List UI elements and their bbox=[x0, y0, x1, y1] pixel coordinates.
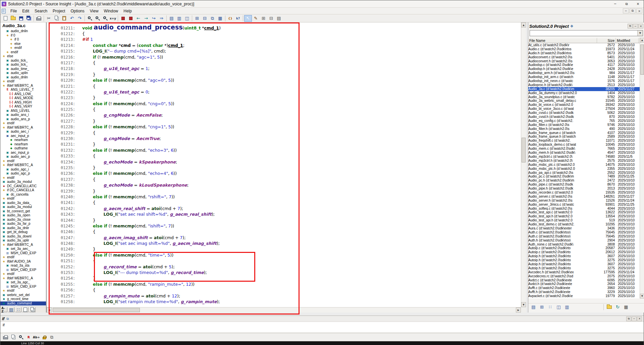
symbol-tree-item[interactable]: ▣audio_command bbox=[0, 301, 46, 306]
code-line[interactable]: 01224: else if (! memcmp(cmd, "cng=0", 5… bbox=[47, 101, 521, 107]
file-row[interactable]: Audio_frame_queue.c (d:\watch41072025/10… bbox=[528, 131, 640, 135]
code-line[interactable]: 01256: { bbox=[47, 287, 521, 293]
file-row[interactable]: Audio_msbc_plc.h (d:\watch2.023552025/10… bbox=[528, 167, 640, 171]
symbol-tree-item[interactable]: ▣audio_3a_modul bbox=[0, 205, 46, 209]
split-window-button[interactable]: ⊟ bbox=[201, 15, 209, 22]
column-header-modified[interactable]: Modified bbox=[616, 38, 639, 43]
highlight-word-button[interactable]: ✎ bbox=[252, 15, 260, 22]
paste-button[interactable] bbox=[60, 15, 68, 22]
code-line[interactable]: 01254: } bbox=[47, 275, 521, 281]
file-row[interactable]: Audio_loopback_demo.c (d:\wat100452025/1… bbox=[528, 143, 640, 147]
format-view-button[interactable]: ▤ bbox=[275, 15, 283, 22]
symbol-tree-item[interactable]: ◈ifdef WEBRTC_A bbox=[0, 243, 46, 247]
column-header-size[interactable]: Size bbox=[597, 38, 616, 43]
code-line[interactable]: 01225: { bbox=[47, 107, 521, 112]
symbol-tree-item[interactable]: ▣audio_aec_i bbox=[0, 130, 46, 134]
dock-panel-button[interactable]: ⧉ bbox=[628, 24, 633, 28]
link-cursor-button[interactable]: ↖ bbox=[244, 15, 252, 22]
symbol-tree-item[interactable]: ▣audio_dnlin bbox=[0, 29, 46, 33]
file-row[interactable]: Audio_server.c (d:\watch2.0\s1482612025/… bbox=[528, 195, 640, 199]
scroll-up-icon[interactable]: ▲ bbox=[521, 22, 526, 27]
file-row[interactable]: Auth.h (d:\watch2.0\sdk\rtos\29042025/10… bbox=[528, 238, 640, 243]
code-area[interactable]: 01211:void audio_command_process(uint8_t… bbox=[47, 22, 521, 307]
file-row[interactable]: Audio_server.h (d:\watch2.0\s115262025/1… bbox=[528, 199, 640, 203]
code-line[interactable]: 01214: const char *cmd = (const char *)c… bbox=[47, 43, 521, 48]
symbol-tree-item[interactable]: ▥MSH_CMD_EXP bbox=[0, 268, 46, 272]
file-row[interactable]: Audio_freqshift.c (d:\watch2.110712025/1… bbox=[528, 139, 640, 143]
lock-button[interactable] bbox=[40, 334, 48, 341]
code-line[interactable]: 01231: } bbox=[47, 141, 521, 147]
find-in-files-button[interactable] bbox=[94, 15, 101, 22]
go-forward-button[interactable]: → bbox=[142, 15, 150, 22]
file-row[interactable]: Avpacket.c (d:\watch2.0\sdk\e197792025/1… bbox=[528, 294, 640, 298]
view-files-button[interactable]: ▤ bbox=[530, 304, 537, 310]
file-row[interactable]: Audioproc.h (d:\watch2.0\sdk\25132025/10… bbox=[528, 83, 640, 87]
match-brace-button[interactable]: {} bbox=[226, 15, 234, 22]
file-row[interactable]: Avcodecres.rc (d:\watch2.0\sd20752025/10… bbox=[528, 274, 640, 278]
dock-panel-button[interactable]: ⧉ bbox=[626, 317, 631, 321]
code-line[interactable]: 01238: g_echoMode = kLoudSpeakerphone; bbox=[47, 182, 521, 188]
mdi-close-button[interactable]: × bbox=[636, 8, 642, 13]
context-help-button[interactable]: k? bbox=[234, 15, 242, 22]
code-line[interactable]: 01255: else if (! memcmp(cmd, "rampin_mu… bbox=[47, 281, 521, 287]
zoom-window-button[interactable]: ▦ bbox=[216, 15, 224, 22]
copy-relation-button[interactable] bbox=[9, 334, 17, 341]
case-toggle-button[interactable]: Ab+ bbox=[33, 334, 40, 341]
code-line[interactable]: 01213:#if 1 bbox=[47, 37, 521, 42]
vertical-scroll-thumb[interactable] bbox=[522, 138, 526, 162]
minimize-button[interactable]: ─ bbox=[609, 0, 621, 7]
mdi-minimize-button[interactable]: ─ bbox=[623, 8, 629, 13]
symbol-tree-item[interactable]: ◈if 0 bbox=[0, 33, 46, 38]
scroll-right-icon[interactable]: ▶ bbox=[516, 307, 521, 313]
close-panel-button[interactable]: × bbox=[638, 24, 643, 28]
code-line[interactable]: 01257: g_rampin_mute = atoi(cmd + 12); bbox=[47, 293, 521, 299]
column-header-file-name[interactable]: File Name bbox=[528, 38, 597, 43]
lookup-button[interactable] bbox=[17, 334, 25, 341]
mdi-restore-button[interactable]: ⧉ bbox=[630, 8, 636, 13]
file-row[interactable]: Audio_test_demo.c (d:\watch2.102952025/1… bbox=[528, 222, 640, 226]
code-line[interactable]: 01252: g_record_time = atoi(cmd + 5); bbox=[47, 264, 521, 270]
symbol-tree-item[interactable]: ▣audio_3a_close bbox=[0, 218, 46, 222]
new-file-button[interactable] bbox=[2, 15, 9, 22]
file-row[interactable]: Autoip.h (d:\watch2.0\sdk\rto32752025/10… bbox=[528, 266, 640, 270]
refresh-project-button[interactable]: ↻ bbox=[614, 304, 622, 310]
file-row[interactable]: Audio.h (d:\watch2.0\sdk\rtos85732025/10… bbox=[528, 51, 640, 55]
code-line[interactable]: 01215: LOG_I("-- dump cmd=[%s]", cmd); bbox=[47, 48, 521, 54]
file-filter-value[interactable] bbox=[530, 30, 637, 36]
file-row[interactable]: Audioconvert.c (d:\watch2.0\s54012025/10… bbox=[528, 55, 640, 59]
code-line[interactable]: 01258: LOG_I("set rampin mute time=%d", … bbox=[47, 299, 521, 304]
file-row[interactable]: Audio_3a_dummy.c (d:\watch2.014042025/10… bbox=[528, 91, 640, 95]
symbol-tree-item[interactable]: ◈if 0 bbox=[0, 38, 46, 42]
code-line[interactable]: 01239: } bbox=[47, 188, 521, 194]
file-row[interactable]: Avfft.h (d:\watch2.0\sdk\exte32292025/10… bbox=[528, 290, 640, 294]
symbol-tree-item[interactable]: ▣audio_tick_ bbox=[0, 59, 46, 63]
project-properties-button[interactable]: ▦ bbox=[622, 304, 630, 310]
menu-item-project[interactable]: Project bbox=[50, 8, 68, 14]
scroll-down-icon[interactable]: ▼ bbox=[521, 302, 526, 307]
file-row[interactable]: Audio_mp3ctrl.h (d:\watch2.0\25752025/10… bbox=[528, 159, 640, 163]
code-line[interactable]: 01246: { bbox=[47, 229, 521, 234]
file-row[interactable]: Audioconvert.h (d:\watch2.0\s30532025/10… bbox=[528, 59, 640, 63]
print-relation-button[interactable] bbox=[2, 334, 9, 341]
symbol-tree-item[interactable]: ▣audio_ans_p bbox=[0, 117, 46, 122]
symbol-tree-item[interactable]: ◈ifdef WEBRTC_A bbox=[0, 163, 46, 167]
symbol-tree-item[interactable]: ▣set_3a_agc_ bbox=[0, 280, 46, 285]
file-row[interactable]: Aura.c (d:\watch2.0\sdk\exter34362025/10… bbox=[528, 226, 640, 230]
symbol-tree-item[interactable]: ▣audio_uplin bbox=[0, 71, 46, 75]
symbol-window-button[interactable]: ▤ bbox=[168, 15, 175, 22]
symbol-tree-item[interactable]: ◈endif bbox=[0, 79, 46, 84]
file-row[interactable]: Audio_cvsd.c (d:\watch2.0\sdk50622025/10… bbox=[528, 111, 640, 115]
symbol-tree-item[interactable]: ▣audio_ans_i bbox=[0, 113, 46, 117]
file-row[interactable]: Audio_pipe.c (d:\watch2.0\sdk86702025/10… bbox=[528, 183, 640, 187]
file-row[interactable]: Audio_pa_api.c (d:\watch2.0\s25522025/10… bbox=[528, 171, 640, 175]
symbol-tree-item[interactable]: ▣set_3a_aec_ bbox=[0, 247, 46, 251]
file-row[interactable]: Audiodsp_arm.h (d:\watch2.0\s9842025/11/… bbox=[528, 71, 640, 75]
browse-folder-button[interactable] bbox=[605, 304, 613, 310]
view-small-button[interactable]: ▥ bbox=[563, 304, 571, 310]
file-row[interactable]: Audio_filter.c (d:\watch2.0\s97462025/10… bbox=[528, 123, 640, 127]
code-line[interactable]: 01233: { bbox=[47, 153, 521, 159]
code-line[interactable]: 01240: else if (! memcmp(cmd, "rshift=",… bbox=[47, 194, 521, 200]
code-line[interactable]: 01228: else if (! memcmp(cmd, "cng=1", 5… bbox=[47, 124, 521, 130]
symbol-tree-item[interactable]: ▣webrtc_set_del bbox=[0, 293, 46, 297]
symbol-tree-item[interactable]: ◈else bbox=[0, 42, 46, 46]
